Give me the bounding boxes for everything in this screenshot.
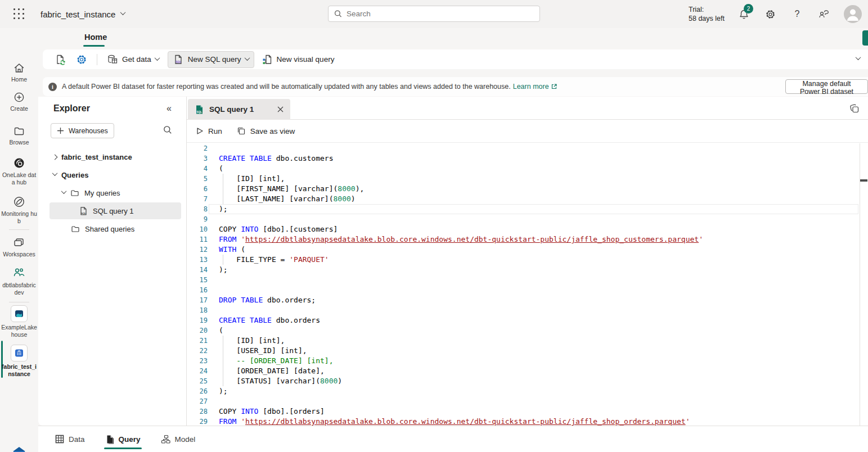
person-icon bbox=[844, 5, 862, 23]
tree-item-queries[interactable]: Queries bbox=[50, 166, 181, 183]
tree-item-shared-queries[interactable]: Shared queries bbox=[50, 220, 181, 237]
line-number: 27 bbox=[187, 396, 208, 406]
rail-item-data-warehouse[interactable]: Data Warehouse bbox=[0, 446, 38, 452]
code-line-27[interactable]: 27 bbox=[187, 396, 860, 406]
rail-item-home[interactable]: Home bbox=[0, 62, 38, 83]
view-tab-data[interactable]: Data bbox=[55, 426, 85, 452]
code-line-16[interactable]: 16 bbox=[187, 285, 860, 295]
view-tab-query[interactable]: Query bbox=[105, 426, 141, 452]
sql-code-editor[interactable]: 23CREATE TABLE dbo.customers4(5 [ID] [in… bbox=[187, 143, 860, 426]
open-tabs-list-button[interactable] bbox=[849, 103, 860, 114]
code-line-20[interactable]: 20( bbox=[187, 326, 860, 336]
tree-item-my-queries[interactable]: My queries bbox=[50, 184, 181, 201]
rail-item-workspaces[interactable]: Workspaces bbox=[0, 236, 38, 258]
line-number: 23 bbox=[187, 356, 208, 366]
code-line-28[interactable]: 28COPY INTO [dbo].[orders] bbox=[187, 406, 860, 417]
code-token: 'PARQUET' bbox=[289, 255, 329, 264]
code-line-25[interactable]: 25 [STATUS] [varchar](8000) bbox=[187, 376, 860, 386]
save-view-icon bbox=[237, 126, 246, 135]
code-token: FILE_TYPE = bbox=[219, 255, 289, 264]
code-line-19[interactable]: 19CREATE TABLE dbo.orders bbox=[187, 315, 860, 326]
share-button[interactable]: Share bbox=[862, 30, 868, 46]
help-button[interactable]: ? bbox=[790, 7, 804, 21]
code-line-18[interactable]: 18 bbox=[187, 305, 860, 315]
tree-item-sql-query-1[interactable]: SQL SQL query 1 bbox=[50, 202, 181, 219]
save-as-view-button[interactable]: Save as view bbox=[237, 126, 295, 135]
warehouse-icon bbox=[11, 345, 28, 361]
database-icon bbox=[107, 54, 118, 65]
search-input[interactable] bbox=[347, 10, 534, 18]
code-line-8[interactable]: 8); bbox=[187, 204, 860, 214]
code-line-21[interactable]: 21 [ID] [int], bbox=[187, 336, 860, 346]
scrollbar-cursor-marker[interactable] bbox=[860, 179, 867, 182]
rail-item-monitoring-hub[interactable]: Monitoring hub bbox=[0, 195, 38, 225]
app-launcher-icon[interactable] bbox=[14, 8, 25, 20]
code-line-17[interactable]: 17DROP TABLE dbo.orders; bbox=[187, 295, 860, 305]
workspace-name: fabric_test_instance bbox=[41, 10, 115, 19]
code-line-26[interactable]: 26); bbox=[187, 386, 860, 396]
rail-item-fabric-test-instance[interactable]: fabric_test_instance bbox=[0, 345, 38, 378]
account-avatar[interactable] bbox=[844, 5, 862, 23]
collapse-panel-button[interactable]: « bbox=[167, 103, 172, 114]
rail-item-dbtlabsfabricdev[interactable]: dbtlabsfabricdev bbox=[0, 265, 38, 296]
refresh-dataset-button[interactable] bbox=[50, 51, 71, 68]
code-line-4[interactable]: 4( bbox=[187, 164, 860, 174]
code-line-22[interactable]: 22 [USER_ID] [int], bbox=[187, 346, 860, 356]
code-line-9[interactable]: 9 bbox=[187, 214, 860, 224]
query-tab-title: SQL query 1 bbox=[209, 105, 254, 114]
indent-guide bbox=[223, 356, 223, 366]
code-token: ' bbox=[686, 417, 690, 426]
run-button[interactable]: Run bbox=[196, 127, 222, 135]
global-search[interactable] bbox=[328, 6, 540, 22]
rail-item-browse[interactable]: Browse bbox=[0, 125, 38, 146]
feedback-button[interactable] bbox=[817, 7, 830, 21]
code-line-23[interactable]: 23 -- [ORDER_DATE] [int], bbox=[187, 356, 860, 366]
tree-item-warehouse[interactable]: fabric_test_instance bbox=[50, 148, 181, 165]
code-token: [dbo].[orders] bbox=[258, 407, 324, 415]
line-number: 18 bbox=[187, 305, 208, 315]
close-icon bbox=[277, 106, 284, 112]
code-line-10[interactable]: 10COPY INTO [dbo].[customers] bbox=[187, 224, 860, 234]
query-tab[interactable]: SQL SQL query 1 bbox=[188, 99, 290, 120]
tab-home[interactable]: Home bbox=[84, 33, 107, 42]
line-number: 4 bbox=[187, 164, 208, 174]
manage-dataset-button[interactable]: Manage default Power BI dataset bbox=[785, 79, 868, 94]
line-number: 10 bbox=[187, 224, 208, 234]
code-line-13[interactable]: 13 FILE_TYPE = 'PARQUET' bbox=[187, 255, 860, 265]
rail-item-examplelakehouse[interactable]: ExampleLakehouse bbox=[0, 305, 38, 338]
workspace-switcher[interactable]: fabric_test_instance bbox=[41, 10, 125, 19]
new-visual-query-button[interactable]: New visual query bbox=[257, 51, 340, 68]
code-line-2[interactable]: 2 bbox=[187, 143, 860, 153]
line-number: 19 bbox=[187, 315, 208, 326]
warehouse-settings-button[interactable] bbox=[71, 51, 92, 68]
code-line-15[interactable]: 15 bbox=[187, 275, 860, 285]
get-data-button[interactable]: Get data bbox=[102, 51, 164, 68]
ribbon-tab-row: Home Share bbox=[38, 28, 868, 49]
code-line-3[interactable]: 3CREATE TABLE dbo.customers bbox=[187, 153, 860, 164]
code-line-7[interactable]: 7 [LAST_NAME] [varchar](8000) bbox=[187, 194, 860, 204]
code-line-6[interactable]: 6 [FIRST_NAME] [varchar](8000), bbox=[187, 184, 860, 194]
rail-item-create[interactable]: Create bbox=[0, 91, 38, 112]
code-line-11[interactable]: 11FROM 'https://dbtlabsynapsedatalake.bl… bbox=[187, 234, 860, 245]
code-line-24[interactable]: 24 [ORDER_DATE] [date], bbox=[187, 366, 860, 376]
feedback-icon bbox=[818, 8, 829, 20]
view-tab-model[interactable]: Model bbox=[161, 426, 196, 452]
close-tab-button[interactable] bbox=[277, 106, 284, 112]
toolbar-expand-chevron[interactable] bbox=[856, 55, 861, 60]
folder-icon bbox=[13, 125, 25, 137]
workspaces-icon bbox=[12, 236, 26, 249]
code-token: ( bbox=[219, 164, 223, 173]
settings-button[interactable] bbox=[763, 7, 777, 21]
explorer-search-button[interactable] bbox=[163, 125, 172, 134]
rail-divider bbox=[9, 229, 29, 230]
code-token: CREATE TABLE bbox=[219, 154, 272, 162]
code-line-14[interactable]: 14); bbox=[187, 265, 860, 275]
rail-item-onelake-data-hub[interactable]: OneLake data hub bbox=[0, 156, 38, 186]
code-line-12[interactable]: 12WITH ( bbox=[187, 245, 860, 255]
learn-more-link[interactable]: Learn more bbox=[513, 83, 557, 91]
code-token: [ORDER_DATE] [date], bbox=[219, 367, 325, 375]
code-line-29[interactable]: 29FROM 'https://dbtlabsynapsedatalake.bl… bbox=[187, 417, 860, 426]
new-warehouse-button[interactable]: Warehouses bbox=[51, 123, 114, 138]
new-sql-query-button[interactable]: SQL New SQL query bbox=[168, 51, 254, 68]
code-line-5[interactable]: 5 [ID] [int], bbox=[187, 174, 860, 184]
